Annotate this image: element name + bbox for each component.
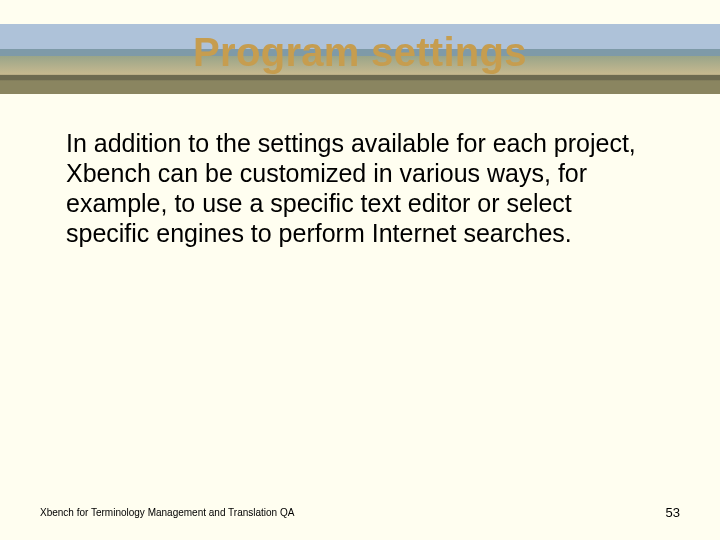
page-number: 53 [666,505,680,520]
slide: Program settings In addition to the sett… [0,0,720,540]
slide-title: Program settings [0,30,720,75]
body-text: In addition to the settings available fo… [66,128,646,248]
footer-left: Xbench for Terminology Management and Tr… [40,507,294,518]
